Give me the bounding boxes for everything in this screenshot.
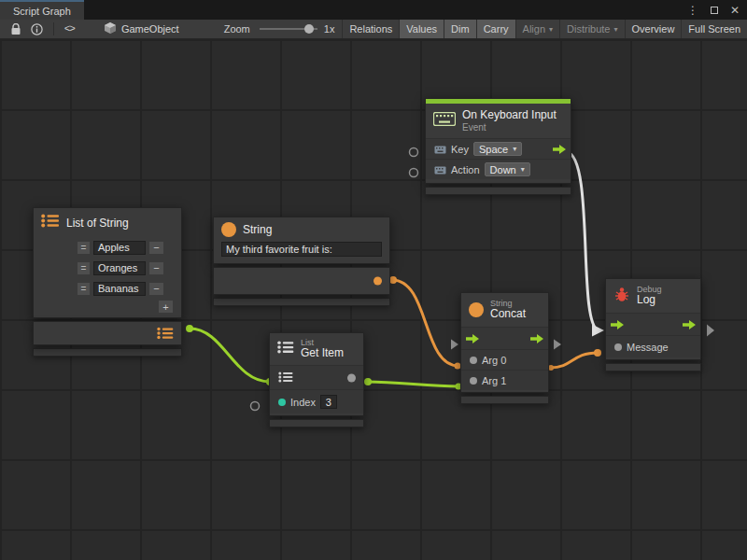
arg0-label: Arg 0 xyxy=(482,355,506,366)
remove-item-button[interactable]: − xyxy=(148,261,164,275)
wire-arrowhead-icon xyxy=(592,325,604,337)
distribute-label: Distribute xyxy=(567,23,610,35)
node-string-literal[interactable]: String My third favorite fruit is: xyxy=(213,217,390,306)
zoom-slider[interactable] xyxy=(260,24,317,34)
reorder-handle[interactable]: = xyxy=(77,261,91,275)
caret-down-icon: ▾ xyxy=(513,145,516,153)
info-icon[interactable] xyxy=(31,23,43,35)
arg1-label: Arg 1 xyxy=(482,375,506,386)
node-title: On Keyboard Input xyxy=(462,109,557,122)
toolbar-buttons: Relations Values Dim Carry Align ▾ Distr… xyxy=(342,20,747,39)
tab-script-graph[interactable]: Script Graph xyxy=(0,0,84,20)
keyboard-icon xyxy=(433,112,456,130)
fullscreen-button[interactable]: Full Screen xyxy=(681,20,747,39)
relations-button[interactable]: Relations xyxy=(342,20,399,39)
item-output-port[interactable] xyxy=(347,373,356,382)
flow-out-port[interactable] xyxy=(530,334,543,343)
flow-in-port[interactable] xyxy=(611,320,624,329)
zoom-value: 1x xyxy=(324,23,335,35)
maximize-box xyxy=(711,7,718,14)
index-input-port[interactable] xyxy=(278,399,286,406)
list-output-section xyxy=(33,321,182,345)
flow-out-port[interactable] xyxy=(553,145,566,154)
node-list-of-string[interactable]: List of String = Apples − = Oranges − = … xyxy=(33,207,182,357)
wire-getitem-to-concat[interactable] xyxy=(366,382,459,386)
flow-out-triangle-concat[interactable] xyxy=(554,340,561,350)
wire-list-to-getitem[interactable] xyxy=(190,329,270,382)
wire-keyboard-to-log[interactable] xyxy=(567,152,599,330)
flow-in-port[interactable] xyxy=(466,334,479,343)
list-item-field[interactable]: Bananas xyxy=(93,282,146,296)
wire-endpoint-dot[interactable] xyxy=(594,349,601,357)
caret-down-icon: ▾ xyxy=(521,165,525,174)
node-debug-log[interactable]: Debug Log Message xyxy=(605,278,701,371)
unconnected-port-index[interactable] xyxy=(251,402,260,411)
key-dropdown[interactable]: Space ▾ xyxy=(473,142,522,156)
message-input-port[interactable] xyxy=(614,343,622,351)
wire-endpoint-dot[interactable] xyxy=(389,276,397,284)
wire-endpoint-dot[interactable] xyxy=(364,378,372,385)
node-title: Log xyxy=(637,294,662,307)
flow-in-triangle-concat[interactable] xyxy=(451,340,458,350)
code-icon[interactable]: <> xyxy=(64,23,75,35)
menu-icon[interactable]: ⋮ xyxy=(687,5,698,16)
tab-title: Script Graph xyxy=(13,6,71,17)
gameobject-selector[interactable]: GameObject xyxy=(104,21,179,36)
list-icon xyxy=(41,214,60,231)
flow-out-port[interactable] xyxy=(683,320,696,329)
message-label: Message xyxy=(627,342,669,353)
dim-button[interactable]: Dim xyxy=(444,20,476,39)
action-dropdown-value: Down xyxy=(490,164,516,175)
remove-item-button[interactable]: − xyxy=(148,241,164,255)
node-footer xyxy=(33,348,182,357)
keycode-icon xyxy=(434,161,446,178)
string-value-field[interactable]: My third favorite fruit is: xyxy=(221,242,382,257)
flow-out-triangle-log[interactable] xyxy=(707,325,714,337)
list-item-field[interactable]: Oranges xyxy=(93,261,146,275)
index-value-field[interactable]: 3 xyxy=(320,395,337,409)
cube-icon xyxy=(104,21,117,36)
node-concat[interactable]: String Concat Arg 0 xyxy=(460,292,549,404)
align-button[interactable]: Align ▾ xyxy=(515,20,559,39)
reorder-handle[interactable]: = xyxy=(77,282,91,296)
string-output-section xyxy=(213,267,390,295)
unconnected-port-key[interactable] xyxy=(410,148,418,157)
list-icon xyxy=(277,341,294,357)
list-item-field[interactable]: Apples xyxy=(93,241,146,255)
arg1-input-port[interactable] xyxy=(470,377,477,385)
overview-button[interactable]: Overview xyxy=(625,20,682,39)
graph-canvas[interactable]: On Keyboard Input Event Key Space ▾ xyxy=(0,39,747,560)
add-item-button[interactable]: + xyxy=(158,300,174,314)
wire-string-to-concat[interactable] xyxy=(392,280,458,366)
reorder-handle[interactable]: = xyxy=(77,241,91,255)
wire-endpoint-dot[interactable] xyxy=(186,325,193,332)
node-footer xyxy=(425,187,571,195)
carry-button[interactable]: Carry xyxy=(476,20,515,39)
message-row: Message xyxy=(606,335,700,357)
wire-concat-to-log[interactable] xyxy=(550,353,598,368)
caret-down-icon: ▾ xyxy=(549,25,553,34)
maximize-icon[interactable] xyxy=(711,5,718,16)
action-dropdown[interactable]: Down ▾ xyxy=(485,162,530,176)
string-output-port[interactable] xyxy=(374,277,382,286)
node-subtitle: Event xyxy=(462,122,557,133)
remove-item-button[interactable]: − xyxy=(148,282,164,296)
string-type-icon xyxy=(469,302,484,317)
distribute-button[interactable]: Distribute ▾ xyxy=(559,20,624,39)
key-row: Key Space ▾ xyxy=(426,138,571,159)
close-icon[interactable]: ✕ xyxy=(730,5,740,16)
arg1-row: Arg 1 xyxy=(461,370,548,390)
node-title: List of String xyxy=(66,217,129,230)
lock-icon[interactable] xyxy=(10,23,21,35)
node-get-item[interactable]: List Get Item Index 3 xyxy=(269,332,364,427)
arg0-input-port[interactable] xyxy=(470,357,477,364)
node-title: Concat xyxy=(490,308,526,321)
tab-bar: Script Graph ⋮ ✕ xyxy=(0,0,747,20)
values-button[interactable]: Values xyxy=(399,20,444,39)
node-on-keyboard-input[interactable]: On Keyboard Input Event Key Space ▾ xyxy=(425,98,571,195)
unconnected-port-action[interactable] xyxy=(410,169,418,177)
flow-row xyxy=(461,327,548,349)
list-icon xyxy=(278,370,293,386)
node-title: String xyxy=(243,223,272,236)
zoom-slider-knob[interactable] xyxy=(304,24,314,34)
